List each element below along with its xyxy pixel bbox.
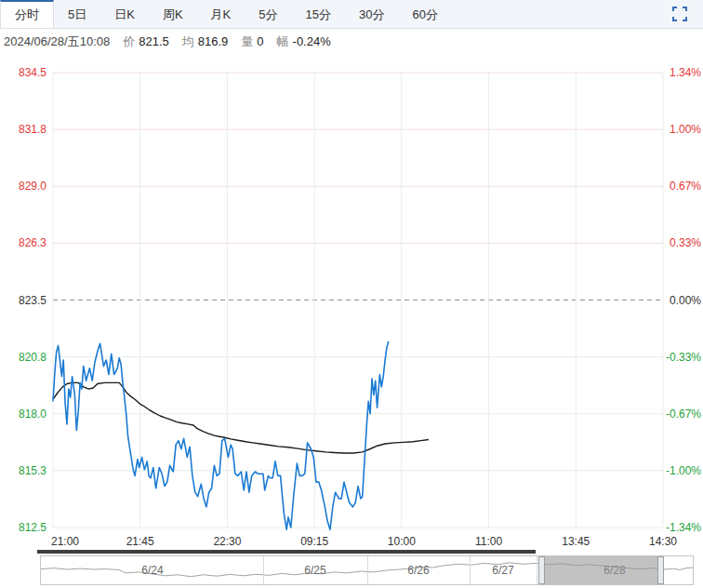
selection-left-handle[interactable] [538, 556, 545, 584]
date-range-navigator[interactable]: 6/246/256/266/276/28 [40, 555, 694, 585]
navigator-date-6/24[interactable]: 6/24 [141, 564, 163, 577]
period-tab-bar: 分时5日日K周K月K5分15分30分60分 [0, 0, 703, 29]
price-line [53, 341, 389, 529]
volume-value: 0 [257, 34, 263, 48]
change-value: -0.24% [293, 34, 331, 48]
timeline-scroll-indicator[interactable] [37, 550, 536, 554]
selection-right-handle[interactable] [657, 556, 664, 584]
navigator-date-6/25[interactable]: 6/25 [304, 564, 325, 577]
average-value: 816.9 [198, 34, 229, 48]
tab-月K[interactable]: 月K [197, 0, 245, 28]
navigator-date-6/27[interactable]: 6/27 [492, 564, 513, 577]
navigator-date-6/26[interactable]: 6/26 [407, 564, 429, 577]
tab-30分[interactable]: 30分 [345, 0, 398, 28]
tab-15分[interactable]: 15分 [291, 0, 344, 28]
navigator-divider [263, 556, 264, 584]
tab-周K[interactable]: 周K [149, 0, 197, 28]
volume-label: 量 [241, 33, 253, 50]
quote-datetime: 2024/06/28/五10:08 [4, 33, 110, 50]
intraday-chart-plot[interactable] [0, 54, 703, 538]
tab-60分[interactable]: 60分 [398, 0, 451, 28]
average-line [53, 382, 429, 453]
expand-corners-icon [672, 7, 687, 21]
tab-5分[interactable]: 5分 [245, 0, 291, 28]
tab-日K[interactable]: 日K [100, 0, 149, 28]
price-label: 价 [123, 33, 135, 50]
navigator-divider [470, 556, 471, 584]
tab-分时[interactable]: 分时 [0, 0, 54, 28]
change-label: 幅 [277, 33, 289, 50]
navigator-divider [537, 556, 537, 584]
fullscreen-button[interactable] [671, 6, 688, 22]
navigator-selection[interactable] [538, 556, 664, 584]
average-label: 均 [182, 33, 194, 50]
price-value: 821.5 [139, 34, 169, 48]
quote-info-bar: 2024/06/28/五10:08 价 821.5 均 816.9 量 0 幅 … [0, 29, 703, 54]
navigator-divider [367, 556, 368, 584]
tab-5日[interactable]: 5日 [54, 0, 100, 28]
selection-fill[interactable] [545, 556, 657, 584]
